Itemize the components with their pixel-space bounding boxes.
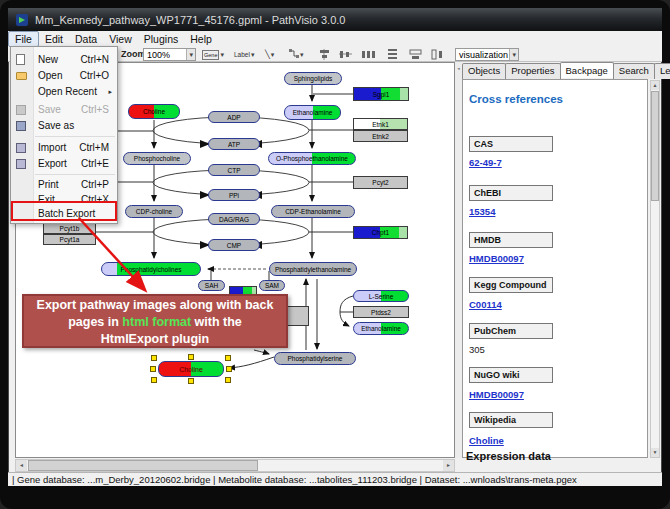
node-ptdss2[interactable]: Ptdss2	[353, 306, 409, 318]
tab-backpage[interactable]: Backpage	[560, 62, 614, 78]
crossref-link-wikipedia[interactable]: Choline	[469, 435, 504, 446]
backpage-section-hmdb: HMDB	[469, 232, 553, 248]
menu-item-import[interactable]: Import Ctrl+M	[11, 140, 117, 155]
add-gene-button[interactable]: Gene ▾	[199, 48, 227, 61]
node-etnk1[interactable]: Etnk1	[353, 118, 408, 130]
node-choline-top[interactable]: Choline	[128, 104, 180, 119]
menu-data[interactable]: Data	[69, 32, 103, 46]
node-etnk2[interactable]: Etnk2	[353, 130, 408, 142]
chevron-down-icon[interactable]: ▾	[251, 51, 255, 59]
menu-item-exit[interactable]: Exit Ctrl+X	[11, 192, 117, 207]
node-sah[interactable]: SAH	[198, 280, 225, 291]
add-label-button[interactable]: Label ▾	[231, 48, 257, 61]
scroll-down-icon[interactable]: ▼	[651, 448, 659, 457]
chevron-down-icon[interactable]: ▾	[271, 51, 275, 59]
visualization-combobox[interactable]: visualization ▾	[455, 48, 519, 61]
scroll-up-icon[interactable]: ▲	[651, 81, 659, 90]
menu-item-export[interactable]: Export Ctrl+E	[11, 156, 117, 171]
node-o-phosphoethanolamine[interactable]: O-Phosphoethanolamine	[268, 152, 356, 165]
node-phosphatidylserine[interactable]: Phosphatidylserine	[274, 352, 356, 365]
common-height-button[interactable]	[428, 48, 447, 61]
distribute-vertical-button[interactable]	[383, 48, 402, 61]
node-sgpl1[interactable]: Sgpl1	[353, 87, 409, 101]
selection-handle[interactable]	[225, 377, 231, 383]
zoom-combobox[interactable]: 100% ▾	[143, 48, 196, 61]
node-pcyt2[interactable]: Pcyt2	[353, 176, 408, 189]
node-l-serine[interactable]: L-Serine	[353, 290, 409, 302]
node-phosphatidylethanolamine[interactable]: Phosphatidylethanolamine	[269, 262, 357, 276]
node-atp[interactable]: ATP	[208, 138, 260, 150]
pathvisio-app-icon	[16, 14, 28, 26]
node-cdp-ethanolamine[interactable]: CDP-Ethanolamine	[271, 205, 355, 218]
selection-handle[interactable]	[225, 355, 231, 361]
menu-plugins[interactable]: Plugins	[138, 32, 184, 46]
node-pcyt1a[interactable]: Pcyt1a	[43, 234, 96, 245]
crossref-link-cas[interactable]: 62-49-7	[469, 157, 502, 168]
node-dag[interactable]: DAG/RAG	[208, 213, 260, 225]
node-ctp[interactable]: CTP	[208, 164, 260, 176]
tab-search[interactable]: Search	[613, 63, 655, 79]
menu-item-save-as[interactable]: Save as	[11, 118, 117, 133]
crossref-link-chebi[interactable]: 15354	[469, 206, 495, 217]
node-cmp[interactable]: CMP	[208, 239, 260, 251]
crossref-link-hmdb[interactable]: HMDB00097	[469, 253, 524, 264]
menu-item-batch-export[interactable]: Batch Export	[11, 206, 117, 221]
tab-legend[interactable]: Legend	[654, 63, 670, 79]
tab-objects[interactable]: Objects	[462, 63, 506, 79]
menu-item-open-recent[interactable]: Open Recent ▸	[11, 84, 117, 99]
file-menu-popup: New Ctrl+N Open Ctrl+O Open Recent ▸ Sav…	[10, 46, 118, 224]
tab-properties[interactable]: Properties	[505, 63, 560, 79]
add-connector-button[interactable]: ▾	[286, 48, 307, 61]
canvas-hscrollbar[interactable]: ◄ ►	[15, 459, 455, 472]
scrollbar-thumb[interactable]	[28, 460, 258, 471]
backpage-section-chebi: ChEBI	[469, 185, 553, 201]
node-chpt1[interactable]: Chpt1	[353, 226, 408, 239]
scrollbar-thumb[interactable]	[651, 91, 659, 201]
scroll-left-icon[interactable]: ◄	[16, 460, 27, 471]
menu-edit[interactable]: Edit	[39, 32, 69, 46]
distribute-horizontal-icon	[362, 49, 375, 61]
node-sphingolipids[interactable]: Sphingolipids	[284, 72, 342, 85]
menu-item-open[interactable]: Open Ctrl+O	[11, 68, 117, 83]
align-center-y-button[interactable]	[336, 48, 355, 61]
status-text: | Gene database: ...m_Derby_20120602.bri…	[12, 474, 577, 485]
chevron-down-icon[interactable]: ▾	[220, 51, 224, 59]
node-ppi[interactable]: PPi	[208, 189, 260, 201]
node-choline-selected[interactable]: Choline	[158, 361, 224, 377]
selected-node-group[interactable]: Choline	[158, 361, 224, 377]
distribute-horizontal-button[interactable]	[359, 48, 378, 61]
menu-view[interactable]: View	[103, 32, 138, 46]
selection-handle[interactable]	[150, 366, 156, 372]
node-ethanolamine-top[interactable]: Ethanolamine	[284, 105, 341, 120]
node-phosphocholine[interactable]: Phosphocholine	[123, 152, 191, 165]
selection-handle[interactable]	[226, 366, 232, 372]
common-width-button[interactable]	[406, 48, 425, 61]
gene-box-icon: Gene	[202, 50, 219, 60]
node-pcyt1b[interactable]: Pcyt1b	[43, 223, 96, 234]
collapse-left-icon[interactable]: ◄	[457, 66, 461, 71]
add-line-button[interactable]: ╲ ▾	[262, 48, 277, 61]
align-center-x-button[interactable]	[315, 48, 334, 61]
menu-file[interactable]: File	[8, 31, 39, 47]
node-cdp-choline[interactable]: CDP-choline	[125, 205, 183, 218]
selection-handle[interactable]	[188, 354, 194, 360]
chevron-down-icon[interactable]: ▾	[300, 51, 304, 59]
chevron-down-icon[interactable]: ▾	[186, 49, 195, 60]
annotation-callout: Export pathway images along with back pa…	[22, 294, 288, 348]
sidebar-scrollbar[interactable]: ▲ ▼	[650, 80, 660, 458]
menu-help[interactable]: Help	[184, 32, 218, 46]
crossref-link-kegg[interactable]: C00114	[469, 299, 502, 310]
node-ethanolamine-bottom[interactable]: Ethanolamine	[353, 322, 409, 335]
crossref-link-nugo[interactable]: HMDB00097	[469, 389, 524, 400]
scroll-right-icon[interactable]: ►	[443, 460, 454, 471]
chevron-down-icon[interactable]: ▾	[509, 49, 518, 60]
node-phosphatidylcholines[interactable]: Phosphatidylcholines	[101, 262, 201, 276]
selection-handle[interactable]	[151, 377, 157, 383]
node-adp[interactable]: ADP	[208, 111, 260, 123]
menu-item-print[interactable]: Print Ctrl+P	[11, 177, 117, 192]
selection-handle[interactable]	[151, 355, 157, 361]
menu-item-new[interactable]: New Ctrl+N	[11, 52, 117, 67]
sidebar-splitter[interactable]: ◄	[455, 62, 462, 458]
selection-handle[interactable]	[188, 378, 194, 384]
node-sam[interactable]: SAM	[259, 280, 285, 291]
